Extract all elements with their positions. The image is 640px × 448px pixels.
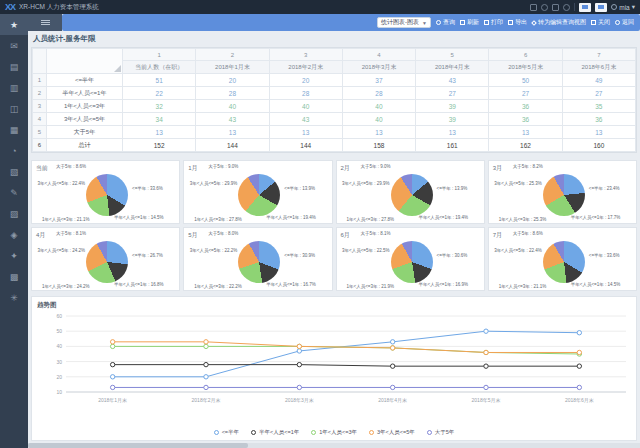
cell-value: 34 [123, 113, 196, 126]
column-header: 2018年5月末 [489, 61, 562, 74]
sidebar-item-employees[interactable]: ◫ [0, 98, 28, 119]
cell-value: 40 [269, 100, 342, 113]
trend-chart-title: 趋势图 [37, 301, 57, 310]
query-button[interactable]: 查询 [436, 18, 455, 27]
horizontal-scrollbar[interactable] [28, 443, 640, 448]
back-button[interactable]: 返回 [615, 18, 634, 27]
toolbar: 统计图表-图表 ▼ 查询刷新打印导出转为编辑查询视图关闭返回 [28, 14, 640, 31]
column-index: 2 [196, 49, 269, 61]
legend-item[interactable]: 3年<人员<=5年 [369, 429, 415, 436]
sidebar-item-favorites[interactable]: ★ [0, 14, 28, 35]
sidebar-item-reports[interactable]: ▦ [0, 119, 28, 140]
sidebar-item-files[interactable]: ▨ [0, 203, 28, 224]
app-title: XR-HCM 人力资本管理系统 [19, 3, 99, 12]
refresh-icon[interactable] [541, 4, 548, 11]
pie-card-title: 4月 [36, 231, 45, 240]
user-menu[interactable]: mia ▾ [611, 3, 635, 11]
grid-icon[interactable] [530, 4, 537, 11]
export-button[interactable]: 导出 [508, 18, 527, 27]
row-label: 3年<人员<=5年 [47, 113, 123, 126]
pie-slice-label: 3年<人员<=5年 : 25.3% [490, 181, 542, 186]
pie-slice-label: <=半年 : 26.7% [132, 253, 163, 258]
pie-slice-label: <=半年 : 33.6% [589, 253, 620, 258]
pie-slice-label: 大于5年 : 8.0% [208, 231, 238, 236]
cell-value: 43 [269, 113, 342, 126]
legend-item[interactable]: 大于5年 [427, 429, 455, 436]
column-header: 2018年4月末 [416, 61, 489, 74]
statistics-table-card: 1234567当前人数（在职）2018年1月末2018年2月末2018年3月末2… [31, 47, 637, 153]
pie-card-title: 1月 [188, 164, 197, 173]
pie-slice-label: 大于5年 : 9.0% [361, 164, 391, 169]
pie-slice-label: <=半年 : 30.9% [284, 253, 315, 258]
sidebar-item-tasks[interactable]: ▤ [0, 56, 28, 77]
sidebar-item-edit[interactable]: ✎ [0, 182, 28, 203]
column-header: 2018年1月末 [196, 61, 269, 74]
legend-marker-icon [251, 430, 256, 435]
collapse-menu-button[interactable] [28, 14, 62, 31]
sidebar-item-org[interactable]: ▥ [0, 77, 28, 98]
chevron-down-icon: ▾ [632, 3, 635, 11]
cell-value: 144 [269, 139, 342, 152]
column-index: 7 [562, 49, 635, 61]
close-button[interactable]: 关闭 [591, 18, 610, 27]
legend-item[interactable]: 半年<人员<=1年 [251, 429, 299, 436]
cell-value: 158 [342, 139, 415, 152]
sidebar-item-tools[interactable]: ✦ [0, 245, 28, 266]
table-row: 6总计152144144158161162160 [33, 139, 636, 152]
switch-view-button[interactable]: 转为编辑查询视图 [532, 18, 586, 27]
sidebar-item-archive[interactable]: ▩ [0, 266, 28, 287]
settings-icon[interactable] [563, 4, 570, 11]
sidebar-item-modules[interactable]: ◈ [0, 224, 28, 245]
cell-value: 22 [123, 87, 196, 100]
pie-slice-label: 半年<人员<=1年 : 17.7% [571, 215, 620, 220]
table-row: 1<=半年51202037435049 [33, 74, 636, 87]
cell-value: 49 [562, 74, 635, 87]
pie-slice-label: 1年<人员<=3年 : 27.8% [347, 217, 394, 222]
nav-icon [598, 5, 604, 9]
refresh-button[interactable]: 刷新 [460, 18, 479, 27]
cell-value: 36 [489, 100, 562, 113]
scrollbar-thumb[interactable] [28, 443, 248, 448]
svg-text:2018年4月末: 2018年4月末 [378, 397, 407, 404]
view-select[interactable]: 统计图表-图表 ▼ [377, 17, 431, 28]
cell-value: 43 [416, 74, 489, 87]
chart-legend: <=半年半年<人员<=1年1年<人员<=3年3年<人员<=5年大于5年 [32, 429, 636, 436]
avatar [611, 4, 617, 10]
pie-slice-label: 1年<人员<=3年 : 21.9% [347, 284, 394, 289]
pie-chart [238, 174, 280, 216]
sidebar-item-calendar[interactable]: ▧ [0, 161, 28, 182]
table-row: 31年<人员<=3年32404040393635 [33, 100, 636, 113]
pie-slice-label: 大于5年 : 8.6% [513, 231, 543, 236]
pie-card-title: 当前 [36, 164, 48, 173]
cell-value: 50 [489, 74, 562, 87]
legend-item[interactable]: <=半年 [214, 429, 239, 436]
pie-chart [86, 241, 128, 283]
pie-slice-label: <=半年 : 13.9% [284, 186, 315, 191]
pie-card-title: 7月 [493, 231, 502, 240]
print-button[interactable]: 打印 [484, 18, 503, 27]
pie-card: 5月<=半年 : 30.9%半年<人员<=1年 : 16.7%1年<人员<=3年… [183, 227, 332, 291]
sidebar-item-statistics[interactable]: ◔ [0, 140, 28, 161]
cell-value: 20 [196, 74, 269, 87]
sidebar: ★✉▤▥◫▦◔▧✎▨◈✦▩✳ [0, 14, 28, 448]
sidebar-item-help[interactable]: ✳ [0, 287, 28, 308]
svg-text:2018年6月末: 2018年6月末 [565, 397, 594, 404]
column-header: 2018年2月末 [269, 61, 342, 74]
refresh-button-icon [460, 20, 465, 25]
fullscreen-icon[interactable] [552, 4, 559, 11]
cell-value: 27 [489, 87, 562, 100]
pie-slice-label: 半年<人员<=1年 : 14.5% [114, 215, 163, 220]
cell-value: 13 [416, 126, 489, 139]
view-select-value: 统计图表-图表 [381, 18, 419, 27]
quick-menu-button[interactable] [579, 3, 591, 12]
cell-value: 13 [562, 126, 635, 139]
cell-value: 39 [416, 113, 489, 126]
pie-slice-label: 大于5年 : 8.1% [361, 231, 391, 236]
quick-nav-button[interactable] [595, 3, 607, 12]
sidebar-item-messages[interactable]: ✉ [0, 35, 28, 56]
row-index: 5 [33, 126, 47, 139]
legend-item[interactable]: 1年<人员<=3年 [311, 429, 357, 436]
table-row: 5大于5年13131313131313 [33, 126, 636, 139]
cell-value: 162 [489, 139, 562, 152]
table-row: 2半年<人员<=1年22282828272727 [33, 87, 636, 100]
